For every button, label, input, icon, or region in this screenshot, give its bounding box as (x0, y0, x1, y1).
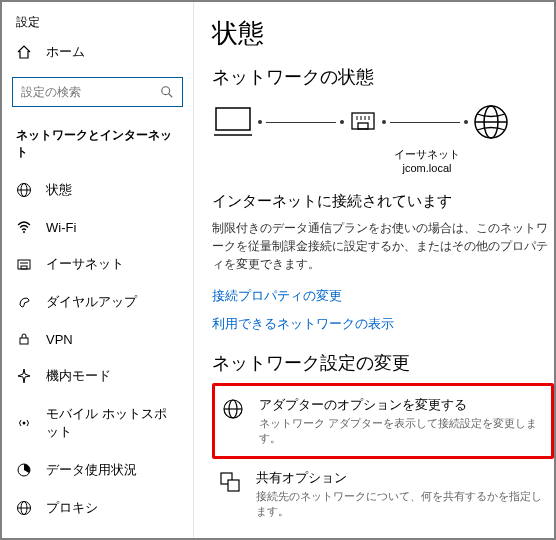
connection-status: インターネットに接続されています (212, 192, 554, 211)
airplane-icon (16, 368, 32, 384)
globe-icon (16, 182, 32, 198)
link-available-networks[interactable]: 利用できるネットワークの表示 (212, 315, 554, 333)
ethernet-conn-label: イーサネット jcom.local (212, 147, 554, 174)
nav-label: Wi-Fi (46, 220, 76, 235)
search-input[interactable] (12, 77, 183, 107)
ethernet-node-icon (348, 107, 378, 137)
svg-rect-21 (358, 123, 368, 129)
app-title: 設定 (2, 10, 193, 35)
svg-rect-6 (18, 260, 30, 269)
network-status-title: ネットワークの状態 (212, 65, 554, 89)
conn-dot (258, 120, 262, 124)
sidebar: 設定 ホーム ネットワークとインターネット 状態 Wi-Fi イーサネット ダイ… (2, 2, 194, 538)
option-title: 共有オプション (256, 469, 548, 487)
conn-dot (382, 120, 386, 124)
svg-line-1 (169, 94, 173, 98)
nav-datausage[interactable]: データ使用状況 (2, 451, 193, 489)
nav-airplane[interactable]: 機内モード (2, 357, 193, 395)
nav-vpn[interactable]: VPN (2, 321, 193, 357)
eth-name: イーサネット (300, 147, 554, 162)
nav-label: プロキシ (46, 499, 98, 517)
nav-label: モバイル ホットスポット (46, 405, 179, 441)
nav-label: イーサネット (46, 255, 124, 273)
home-button[interactable]: ホーム (2, 35, 193, 69)
nav-wifi[interactable]: Wi-Fi (2, 209, 193, 245)
conn-line (390, 122, 460, 123)
eth-domain: jcom.local (300, 162, 554, 174)
nav-label: ダイヤルアップ (46, 293, 137, 311)
nav-label: VPN (46, 332, 73, 347)
conn-dot (464, 120, 468, 124)
conn-dot (340, 120, 344, 124)
option-sharing[interactable]: 共有オプション 接続先のネットワークについて、何を共有するかを指定します。 (212, 459, 554, 529)
ethernet-icon (16, 256, 32, 272)
nav-label: 状態 (46, 181, 72, 199)
option-adapter[interactable]: アダプターのオプションを変更する ネットワーク アダプターを表示して接続設定を変… (212, 383, 554, 459)
main-content: 状態 ネットワークの状態 イーサネット jcom.local インターネットに接… (194, 2, 554, 538)
computer-icon (212, 104, 254, 140)
option-desc: 接続先のネットワークについて、何を共有するかを指定します。 (256, 489, 548, 519)
svg-rect-20 (352, 113, 374, 129)
home-icon (16, 44, 32, 60)
nav-dialup[interactable]: ダイヤルアップ (2, 283, 193, 321)
vpn-icon (16, 331, 32, 347)
network-diagram (212, 103, 554, 141)
network-settings-header: ネットワーク設定の変更 (212, 351, 554, 375)
svg-point-13 (23, 422, 26, 425)
hotspot-icon (16, 415, 32, 431)
internet-globe-icon (472, 103, 510, 141)
nav-status[interactable]: 状態 (2, 171, 193, 209)
wifi-icon (16, 219, 32, 235)
home-label: ホーム (46, 43, 85, 61)
adapter-icon (221, 396, 245, 420)
connection-description: 制限付きのデータ通信プランをお使いの場合は、このネットワークを従量制課金接続に設… (212, 219, 554, 273)
proxy-icon (16, 500, 32, 516)
svg-point-0 (162, 87, 170, 95)
option-troubleshoot[interactable]: ネットワークのトラブルシューティング ツール ネットワークの問題を診断し、解決し… (212, 529, 554, 538)
option-title: アダプターのオプションを変更する (259, 396, 545, 414)
svg-rect-18 (216, 108, 250, 130)
option-desc: ネットワーク アダプターを表示して接続設定を変更します。 (259, 416, 545, 446)
nav-hotspot[interactable]: モバイル ホットスポット (2, 395, 193, 451)
section-title: ネットワークとインターネット (2, 121, 193, 171)
link-connection-properties[interactable]: 接続プロパティの変更 (212, 287, 554, 305)
svg-rect-12 (20, 338, 28, 344)
nav-ethernet[interactable]: イーサネット (2, 245, 193, 283)
search-field[interactable] (21, 85, 151, 99)
svg-rect-33 (228, 480, 239, 491)
search-icon (160, 85, 174, 99)
nav-proxy[interactable]: プロキシ (2, 489, 193, 527)
conn-line (266, 122, 336, 123)
data-icon (16, 462, 32, 478)
svg-rect-7 (21, 266, 27, 269)
sharing-icon (218, 469, 242, 493)
nav-label: データ使用状況 (46, 461, 137, 479)
svg-point-5 (23, 231, 25, 233)
page-title: 状態 (212, 16, 554, 51)
dialup-icon (16, 294, 32, 310)
nav-label: 機内モード (46, 367, 111, 385)
